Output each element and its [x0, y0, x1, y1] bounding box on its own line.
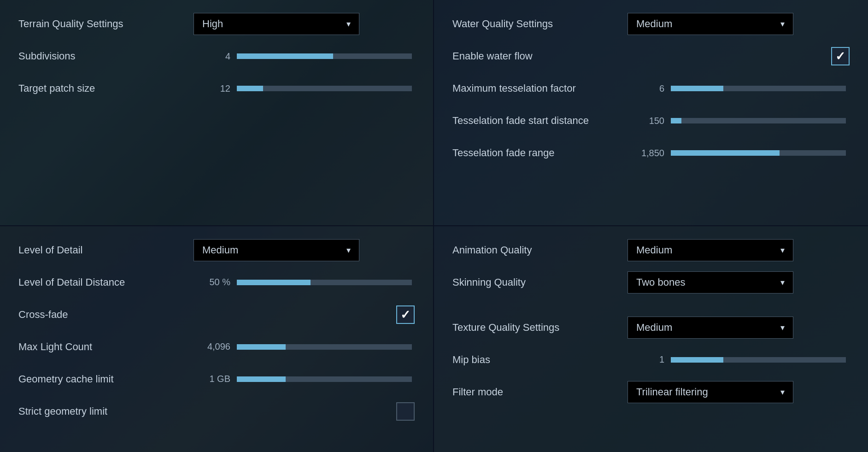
mip-bias-value: 1	[628, 354, 664, 365]
max-light-value: 4,096	[194, 341, 230, 352]
tess-fade-start-value: 150	[628, 116, 664, 126]
lod-distance-slider[interactable]	[237, 280, 412, 285]
crossfade-label: Cross-fade	[18, 309, 194, 321]
terrain-title-row: Terrain Quality Settings High ▾	[18, 13, 415, 35]
mip-bias-label: Mip bias	[452, 354, 628, 366]
filter-mode-label: Filter mode	[452, 386, 628, 398]
geo-cache-slider[interactable]	[237, 376, 412, 382]
geo-cache-label: Geometry cache limit	[18, 373, 194, 385]
max-tess-label: Maximum tesselation factor	[452, 82, 628, 94]
animation-dropdown-arrow: ▾	[780, 245, 785, 255]
tess-fade-range-fill	[671, 150, 780, 156]
tess-fade-range-label: Tesselation fade range	[452, 147, 628, 159]
texture-dropdown-arrow: ▾	[780, 323, 785, 333]
animation-quality-dropdown[interactable]: Medium ▾	[628, 239, 793, 261]
water-title-label: Water Quality Settings	[452, 18, 628, 30]
water-quality-value: Medium	[636, 18, 672, 30]
strict-geo-checkbox[interactable]	[396, 402, 415, 421]
texture-quality-title-label: Texture Quality Settings	[452, 322, 628, 334]
lod-panel: Level of Detail Medium ▾ Level of Detail…	[0, 226, 434, 452]
water-title-row: Water Quality Settings Medium ▾	[452, 13, 850, 35]
terrain-panel: Terrain Quality Settings High ▾ Subdivis…	[0, 0, 434, 226]
animation-quality-label: Animation Quality	[452, 244, 628, 256]
tess-fade-start-slider[interactable]	[671, 118, 846, 123]
spacer	[452, 304, 850, 317]
strict-geo-label: Strict geometry limit	[18, 405, 194, 417]
subdivisions-fill	[237, 53, 333, 59]
water-content: Water Quality Settings Medium ▾ Enable w…	[452, 13, 850, 164]
water-quality-dropdown[interactable]: Medium ▾	[628, 13, 793, 35]
target-patch-value: 12	[194, 83, 230, 94]
mip-bias-slider[interactable]	[671, 357, 846, 363]
lod-title-row: Level of Detail Medium ▾	[18, 239, 415, 261]
animation-quality-value: Medium	[636, 244, 672, 256]
lod-distance-row: Level of Detail Distance 50 %	[18, 271, 415, 294]
lod-title-label: Level of Detail	[18, 244, 194, 256]
max-tess-fill	[671, 86, 723, 91]
skinning-quality-dropdown[interactable]: Two bones ▾	[628, 271, 793, 294]
target-patch-row: Target patch size 12	[18, 77, 415, 100]
max-light-slider[interactable]	[237, 344, 412, 350]
lod-dropdown-arrow: ▾	[346, 245, 351, 255]
lod-content: Level of Detail Medium ▾ Level of Detail…	[18, 239, 415, 423]
terrain-quality-dropdown[interactable]: High ▾	[194, 13, 359, 35]
max-light-label: Max Light Count	[18, 341, 194, 353]
tess-fade-start-label: Tesselation fade start distance	[452, 115, 628, 127]
crossfade-check: ✓	[400, 309, 411, 321]
subdivisions-row: Subdivisions 4	[18, 45, 415, 67]
tess-fade-range-value: 1,850	[628, 148, 664, 158]
geo-cache-row: Geometry cache limit 1 GB	[18, 368, 415, 390]
texture-quality-dropdown[interactable]: Medium ▾	[628, 317, 793, 339]
geo-cache-fill	[237, 376, 286, 382]
enable-water-flow-checkbox[interactable]: ✓	[831, 47, 850, 65]
filter-mode-dropdown[interactable]: Trilinear filtering ▾	[628, 381, 793, 403]
mip-bias-row: Mip bias 1	[452, 349, 850, 371]
subdivisions-slider[interactable]	[237, 53, 412, 59]
skinning-dropdown-arrow: ▾	[780, 277, 785, 288]
subdivisions-value: 4	[194, 51, 230, 62]
crossfade-checkbox[interactable]: ✓	[396, 305, 415, 324]
enable-water-flow-row: Enable water flow ✓	[452, 45, 850, 67]
skinning-quality-label: Skinning Quality	[452, 276, 628, 288]
skinning-quality-value: Two bones	[636, 276, 685, 288]
lod-quality-dropdown[interactable]: Medium ▾	[194, 239, 359, 261]
target-patch-fill	[237, 86, 263, 91]
max-light-fill	[237, 344, 286, 350]
terrain-content: Terrain Quality Settings High ▾ Subdivis…	[18, 13, 415, 100]
mip-bias-fill	[671, 357, 723, 363]
animation-content: Animation Quality Medium ▾ Skinning Qual…	[452, 239, 850, 403]
lod-distance-value: 50 %	[194, 277, 230, 288]
strict-geo-row: Strict geometry limit	[18, 400, 415, 423]
lod-distance-fill	[237, 280, 311, 285]
crossfade-row: Cross-fade ✓	[18, 304, 415, 326]
terrain-title-label: Terrain Quality Settings	[18, 18, 194, 30]
max-tess-row: Maximum tesselation factor 6	[452, 77, 850, 100]
max-light-row: Max Light Count 4,096	[18, 336, 415, 358]
animation-panel: Animation Quality Medium ▾ Skinning Qual…	[434, 226, 868, 452]
tess-fade-start-row: Tesselation fade start distance 150	[452, 110, 850, 132]
target-patch-slider[interactable]	[237, 86, 412, 91]
tess-fade-range-slider[interactable]	[671, 150, 846, 156]
max-tess-value: 6	[628, 83, 664, 94]
tess-fade-start-fill	[671, 118, 681, 123]
texture-quality-title-row: Texture Quality Settings Medium ▾	[452, 317, 850, 339]
terrain-quality-value: High	[202, 18, 223, 30]
settings-grid: Terrain Quality Settings High ▾ Subdivis…	[0, 0, 868, 452]
tess-fade-range-row: Tesselation fade range 1,850	[452, 142, 850, 164]
texture-quality-value: Medium	[636, 322, 672, 334]
max-tess-slider[interactable]	[671, 86, 846, 91]
filter-dropdown-arrow: ▾	[780, 387, 785, 397]
water-panel: Water Quality Settings Medium ▾ Enable w…	[434, 0, 868, 226]
enable-water-flow-check: ✓	[835, 50, 845, 62]
animation-quality-row: Animation Quality Medium ▾	[452, 239, 850, 261]
lod-quality-value: Medium	[202, 244, 238, 256]
lod-distance-label: Level of Detail Distance	[18, 276, 194, 288]
water-dropdown-arrow: ▾	[780, 19, 785, 29]
target-patch-label: Target patch size	[18, 82, 194, 94]
terrain-dropdown-arrow: ▾	[346, 19, 351, 29]
filter-mode-value: Trilinear filtering	[636, 386, 708, 398]
geo-cache-value: 1 GB	[194, 374, 230, 384]
skinning-quality-row: Skinning Quality Two bones ▾	[452, 271, 850, 294]
enable-water-flow-label: Enable water flow	[452, 50, 628, 62]
filter-mode-row: Filter mode Trilinear filtering ▾	[452, 381, 850, 403]
